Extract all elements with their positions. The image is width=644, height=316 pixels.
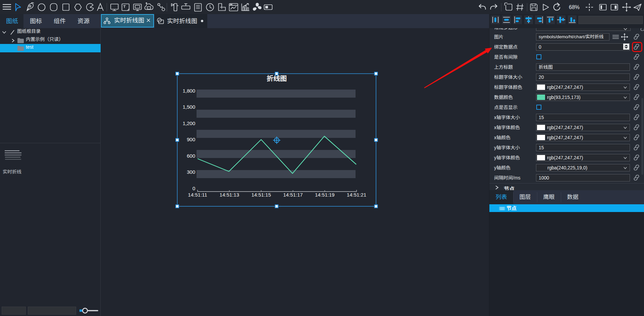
svg-text:14:51:13: 14:51:13 [220,192,239,198]
svg-text:1,200: 1,200 [182,120,195,126]
svg-text:14:51:19: 14:51:19 [315,192,334,198]
svg-text:600: 600 [187,153,195,159]
svg-text:14:51:11: 14:51:11 [188,192,207,198]
svg-text:300: 300 [187,169,195,175]
svg-text:14:51:15: 14:51:15 [251,192,271,198]
svg-text:1,500: 1,500 [182,104,195,110]
svg-text:折线图: 折线图 [267,75,287,82]
svg-text:1,800: 1,800 [182,88,195,94]
svg-text:68%: 68% [569,4,580,10]
svg-text:900: 900 [187,137,195,142]
svg-text:14:51:21: 14:51:21 [347,192,366,198]
svg-text:0: 0 [193,186,195,191]
svg-text:14:51:17: 14:51:17 [283,192,303,198]
